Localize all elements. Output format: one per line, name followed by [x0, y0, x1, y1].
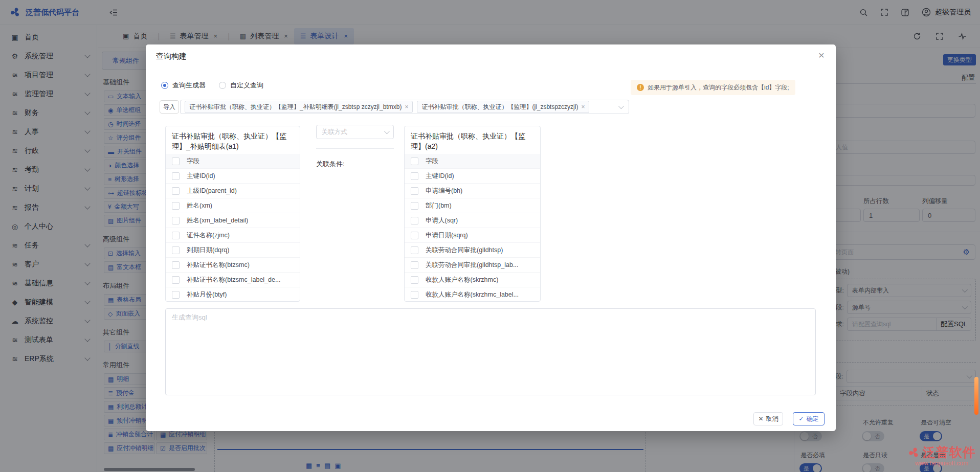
field-row[interactable]: 关联劳动合同审批(glldhtsp_lab...: [405, 258, 540, 273]
field-table-title: 证书补贴审批（职称、执业证）【监理】(a2): [405, 126, 540, 154]
import-button[interactable]: 导入: [160, 100, 179, 114]
field-checkbox[interactable]: [411, 291, 418, 299]
query-builder-dialog: 查询构建 × 查询生成器 自定义查询 ! 如果用于源单引入，查询的字段必须包含【…: [146, 44, 836, 431]
field-row[interactable]: 上级ID(parent_id): [166, 184, 300, 198]
field-label: 补贴证书名称(btzsmc): [187, 261, 253, 269]
field-checkbox[interactable]: [411, 261, 418, 269]
watermark-logo-icon: [907, 446, 921, 459]
field-row[interactable]: 证件名称(zjmc): [166, 228, 300, 243]
check-icon: ✓: [798, 415, 804, 422]
close-icon: ✕: [758, 415, 763, 422]
field-checkbox[interactable]: [172, 187, 180, 195]
select-all-checkbox[interactable]: [411, 158, 418, 165]
radio-unselected-icon: [219, 82, 226, 89]
field-column-header: 字段: [426, 157, 441, 166]
field-checkbox[interactable]: [172, 261, 180, 269]
field-label: 关联劳动合同审批(glldhtsp): [426, 246, 506, 255]
field-row[interactable]: 到期日期(dqrq): [166, 243, 300, 258]
field-label: 证件名称(zjmc): [187, 231, 233, 240]
placeholder-text: 关联方式: [322, 128, 347, 137]
field-label: 姓名(xm): [187, 201, 215, 210]
field-label: 到期日期(dqrq): [187, 246, 232, 255]
field-label: 主键ID(id): [187, 172, 218, 181]
chevron-down-icon: [618, 103, 624, 109]
placeholder-text: 生成查询sql: [172, 313, 207, 322]
field-checkbox[interactable]: [411, 217, 418, 224]
relation-type-select[interactable]: 关联方式: [316, 125, 394, 139]
confirm-label: 确定: [807, 415, 819, 423]
field-label: 主键ID(id): [426, 172, 457, 181]
source-table-tag: 证书补贴审批（职称、执业证）【监理】_补贴明细表(jl_zsbtsp zczyz…: [185, 101, 413, 113]
field-row[interactable]: 主键ID(id): [405, 169, 540, 184]
warning-text: 如果用于源单引入，查询的字段必须包含【id】字段;: [648, 83, 789, 92]
field-checkbox[interactable]: [172, 202, 180, 210]
field-checkbox[interactable]: [411, 202, 418, 210]
app: 泛普低代码平台: [0, 0, 980, 472]
field-checkbox[interactable]: [172, 246, 180, 254]
field-label: 补贴证书名称(btzsmc_label_de...: [187, 276, 283, 284]
field-label: 申请人(sqr): [426, 216, 461, 225]
query-mode-options: 查询生成器 自定义查询: [161, 81, 263, 90]
field-checkbox[interactable]: [411, 246, 418, 254]
tag-text: 证书补贴审批（职称、执业证）【监理】(jl_zsbtspzczyzjl): [421, 103, 578, 111]
close-icon[interactable]: ×: [405, 103, 408, 110]
radio-selected-icon: [161, 82, 168, 89]
field-row[interactable]: 申请日期(sqrq): [405, 228, 540, 243]
source-table-tag: 证书补贴审批（职称、执业证）【监理】(jl_zsbtspzczyzjl) ×: [417, 101, 589, 113]
tag-text: 证书补贴审批（职称、执业证）【监理】_补贴明细表(jl_zsbtsp zczyz…: [189, 103, 402, 111]
source-tables-select[interactable]: 证书补贴审批（职称、执业证）【监理】_补贴明细表(jl_zsbtsp zczyz…: [180, 100, 629, 114]
field-checkbox[interactable]: [172, 232, 180, 239]
radio-label: 自定义查询: [230, 81, 263, 90]
field-row[interactable]: 姓名(xm_label_detail): [166, 213, 300, 228]
dialog-title: 查询构建: [156, 52, 187, 61]
watermark-site: www.fanpusoft.com: [915, 460, 968, 467]
close-icon[interactable]: ×: [818, 50, 825, 60]
warning-banner: ! 如果用于源单引入，查询的字段必须包含【id】字段;: [631, 80, 795, 95]
field-label: 收款人账户名称(skrzhmc): [426, 276, 501, 284]
confirm-button[interactable]: ✓ 确定: [793, 412, 825, 425]
field-label: 补贴月份(btyf): [187, 290, 230, 299]
vertical-scrollbar[interactable]: [974, 377, 978, 415]
field-label: 申请编号(bh): [426, 187, 465, 195]
field-column-header: 字段: [187, 157, 203, 166]
field-row[interactable]: 补贴证书名称(btzsmc): [166, 258, 300, 273]
field-checkbox[interactable]: [172, 291, 180, 299]
field-label: 收款人账户名称(skrzhmc_label...: [426, 290, 522, 299]
field-checkbox[interactable]: [411, 187, 418, 195]
watermark-brand: 泛普软件: [923, 444, 976, 461]
select-all-checkbox[interactable]: [172, 158, 180, 165]
field-row[interactable]: 姓名(xm): [166, 198, 300, 213]
chevron-down-icon: [384, 128, 390, 134]
field-row[interactable]: 收款人账户名称(skrzhmc_label...: [405, 287, 540, 302]
field-row[interactable]: 部门(bm): [405, 198, 540, 213]
field-checkbox[interactable]: [411, 276, 418, 284]
field-row[interactable]: 主键ID(id): [166, 169, 300, 184]
left-field-table: 证书补贴审批（职称、执业证）【监理】_补贴明细表(a1)字段主键ID(id)上级…: [165, 126, 300, 302]
field-row[interactable]: 补贴月份(btyf): [166, 287, 300, 302]
field-table-header-row: 字段: [405, 154, 540, 169]
field-row[interactable]: 收款人账户名称(skrzhmc): [405, 273, 540, 287]
close-icon[interactable]: ×: [581, 103, 585, 110]
field-checkbox[interactable]: [172, 276, 180, 284]
field-checkbox[interactable]: [411, 232, 418, 239]
field-row[interactable]: 申请编号(bh): [405, 184, 540, 198]
field-table-title: 证书补贴审批（职称、执业证）【监理】_补贴明细表(a1): [166, 126, 300, 154]
field-row[interactable]: 关联劳动合同审批(glldhtsp): [405, 243, 540, 258]
cancel-button[interactable]: ✕ 取消: [753, 412, 783, 425]
warning-icon: !: [637, 84, 644, 91]
generated-sql-textarea[interactable]: 生成查询sql: [165, 308, 816, 395]
radio-custom-query[interactable]: 自定义查询: [219, 81, 263, 90]
field-checkbox[interactable]: [172, 172, 180, 180]
field-checkbox[interactable]: [172, 217, 180, 224]
field-checkbox[interactable]: [411, 172, 418, 180]
radio-query-generator[interactable]: 查询生成器: [161, 81, 206, 90]
watermark: 泛普软件 www.fanpusoft.com: [907, 444, 976, 467]
field-row[interactable]: 补贴证书名称(btzsmc_label_de...: [166, 273, 300, 287]
right-field-table: 证书补贴审批（职称、执业证）【监理】(a2)字段主键ID(id)申请编号(bh)…: [404, 126, 541, 302]
field-label: 姓名(xm_label_detail): [187, 216, 251, 225]
relation-condition-label: 关联条件:: [316, 160, 345, 169]
field-label: 部门(bm): [426, 201, 455, 210]
field-table-header-row: 字段: [166, 154, 300, 169]
field-label: 申请日期(sqrq): [426, 231, 471, 240]
field-row[interactable]: 申请人(sqr): [405, 213, 540, 228]
